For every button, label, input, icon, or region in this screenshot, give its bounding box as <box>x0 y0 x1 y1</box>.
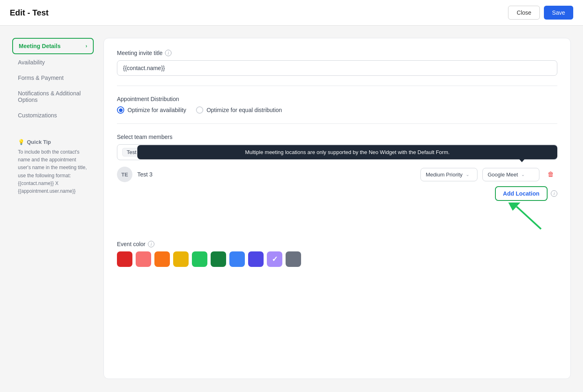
sidebar-item-label: Meeting Details <box>19 43 61 49</box>
appointment-distribution-group: Optimize for availability Optimize for e… <box>117 106 557 114</box>
sidebar-item-availability[interactable]: Availability <box>12 55 94 70</box>
color-swatch-7[interactable] <box>248 251 264 267</box>
event-color-section: Event color i <box>117 241 557 267</box>
color-swatch-1[interactable] <box>136 251 151 267</box>
radio-equal-distribution[interactable]: Optimize for equal distribution <box>196 106 282 114</box>
quick-tip-header: 💡 Quick Tip <box>18 139 88 145</box>
priority-label: Medium Priority <box>426 172 462 178</box>
quick-tip-section: 💡 Quick Tip To include both the contact'… <box>12 135 94 199</box>
radio-availability-circle <box>117 106 124 114</box>
color-swatch-6[interactable] <box>229 251 245 267</box>
color-swatch-8[interactable] <box>267 251 282 267</box>
color-swatch-4[interactable] <box>192 251 207 267</box>
save-button[interactable]: Save <box>544 6 573 20</box>
add-location-row: Add Location i <box>117 186 557 201</box>
priority-caret-icon: ⌄ <box>466 172 469 177</box>
lightbulb-icon: 💡 <box>18 139 24 145</box>
main-content: Meeting invite title i Appointment Distr… <box>103 38 571 379</box>
sidebar-item-label: Availability <box>18 59 45 66</box>
color-swatch-5[interactable] <box>211 251 226 267</box>
color-swatch-3[interactable] <box>173 251 189 267</box>
sidebar-item-label: Notifications & Additional Options <box>18 90 81 103</box>
team-member-row: TE Test 3 Medium Priority ⌄ Google Meet … <box>117 167 557 182</box>
sidebar-item-notifications[interactable]: Notifications & Additional Options <box>12 86 94 107</box>
tooltip-text: Multiple meeting locations are only supp… <box>245 149 449 155</box>
layout: Meeting Details › Availability Forms & P… <box>0 26 583 391</box>
green-arrow-icon <box>508 203 545 231</box>
quick-tip-title: Quick Tip <box>27 139 51 145</box>
color-swatch-2[interactable] <box>154 251 170 267</box>
event-color-label: Event color i <box>117 241 557 247</box>
radio-distribution-label: Optimize for equal distribution <box>207 107 282 113</box>
color-swatch-9[interactable] <box>286 251 301 267</box>
avatar: TE <box>117 167 132 182</box>
location-caret-icon: ⌄ <box>521 172 525 177</box>
appointment-distribution-label: Appointment Distribution <box>117 96 557 102</box>
header-actions: Close Save <box>508 6 573 20</box>
avatar-initials: TE <box>121 172 128 178</box>
page-title: Edit - Test <box>10 8 48 18</box>
add-location-info-icon[interactable]: i <box>551 190 557 197</box>
meeting-invite-title-input[interactable] <box>117 60 557 76</box>
divider-2 <box>117 123 557 124</box>
sidebar: Meeting Details › Availability Forms & P… <box>12 38 94 379</box>
radio-optimize-availability[interactable]: Optimize for availability <box>117 106 186 114</box>
add-location-button[interactable]: Add Location <box>495 186 548 201</box>
close-button[interactable]: Close <box>508 6 540 20</box>
sidebar-item-customizations[interactable]: Customizations <box>12 108 94 123</box>
tooltip-box: Multiple meeting locations are only supp… <box>137 145 557 159</box>
green-arrow-container <box>117 203 545 231</box>
header: Edit - Test Close Save <box>0 0 583 26</box>
sidebar-item-meeting-details[interactable]: Meeting Details › <box>12 38 94 54</box>
svg-line-1 <box>517 207 541 229</box>
event-color-info-icon[interactable]: i <box>148 241 154 247</box>
sidebar-item-forms-payment[interactable]: Forms & Payment <box>12 70 94 85</box>
chevron-right-icon: › <box>86 43 87 49</box>
select-team-members-label: Select team members <box>117 134 557 140</box>
radio-distribution-circle <box>196 106 203 114</box>
radio-availability-label: Optimize for availability <box>128 107 186 113</box>
meeting-title-info-icon[interactable]: i <box>165 50 172 56</box>
delete-member-icon[interactable]: 🗑 <box>544 168 557 181</box>
member-name: Test 3 <box>137 171 416 178</box>
color-swatches <box>117 251 557 267</box>
priority-dropdown[interactable]: Medium Priority ⌄ <box>420 168 477 181</box>
sidebar-item-label: Customizations <box>18 112 57 119</box>
location-dropdown[interactable]: Google Meet ⌄ <box>482 168 539 181</box>
sidebar-item-label: Forms & Payment <box>18 75 64 81</box>
location-label: Google Meet <box>488 172 518 178</box>
quick-tip-text: To include both the contact's name and t… <box>18 148 88 195</box>
meeting-invite-title-label: Meeting invite title i <box>117 50 557 56</box>
divider-1 <box>117 86 557 86</box>
color-swatch-0[interactable] <box>117 251 132 267</box>
